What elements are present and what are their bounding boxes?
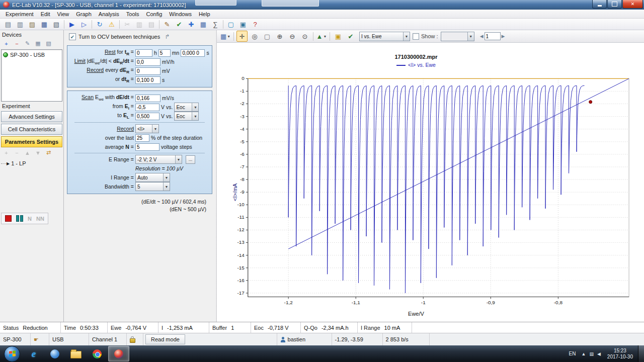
previous-page-icon[interactable]: ◀ [480, 34, 484, 39]
volume-icon[interactable]: ◀ [597, 351, 601, 356]
table-icon[interactable]: ▦ [198, 19, 209, 30]
sync-icon[interactable]: ↻ [94, 19, 105, 30]
next-sequence-icon[interactable]: NN [36, 216, 44, 222]
show-checkbox[interactable] [413, 33, 419, 40]
menu-view[interactable]: View [54, 11, 73, 18]
device-grid-icon[interactable]: ▦ [33, 39, 43, 48]
menu-tools[interactable]: Tools [123, 11, 143, 18]
menu-analysis[interactable]: Analysis [95, 11, 123, 18]
select-data-icon[interactable]: ▣ [333, 31, 344, 42]
scan-rate-field[interactable] [135, 95, 160, 102]
ocv-checkbox[interactable]: ✔ [69, 33, 76, 40]
next-technique-icon[interactable]: N [28, 216, 32, 222]
link-technique-icon[interactable]: ⇄ [44, 148, 53, 157]
load-settings-icon[interactable]: ▶ [66, 19, 77, 30]
stop-icon[interactable] [5, 215, 12, 222]
taskbar-ie-icon[interactable]: e [24, 346, 44, 361]
close-button[interactable]: ✕ [622, 0, 643, 9]
page-number-field[interactable] [485, 32, 501, 40]
modify-device-icon[interactable]: ✎ [23, 39, 32, 48]
zoom-out-icon[interactable]: ⊖ [287, 31, 298, 42]
menu-graph[interactable]: Graph [72, 11, 95, 18]
copy-technique-icon[interactable]: ▥ [134, 19, 145, 30]
step-percent-field[interactable] [135, 134, 149, 142]
cell-characteristics-button[interactable]: Cell Characteristics [1, 124, 62, 135]
show-hidden-icons-icon[interactable]: ▲ [581, 351, 586, 356]
export-settings-icon[interactable]: ▷ [78, 19, 90, 30]
rest-hours-field[interactable] [135, 49, 152, 57]
zoom-window-icon[interactable]: ◎ [249, 31, 260, 42]
move-up-icon[interactable]: ▲ [23, 148, 32, 157]
parameters-settings-button[interactable]: Parameters Settings [1, 136, 62, 147]
minimize-button[interactable] [592, 0, 607, 9]
technique-flow-icon[interactable]: ↱ [165, 33, 170, 40]
show-desktop-button[interactable] [638, 345, 644, 362]
ei-field[interactable] [135, 104, 159, 111]
edit-icon[interactable]: ✎ [162, 19, 173, 30]
tree-expand-icon[interactable]: ▶ [7, 161, 10, 166]
device-list-item[interactable]: SP-300 - USB [2, 50, 62, 60]
cut-icon[interactable]: ✂ [122, 19, 133, 30]
record-dt-field[interactable] [135, 76, 160, 84]
trace-selector-combo[interactable]: I vs. Ewe ▼ [359, 32, 410, 41]
warning-icon[interactable]: ⚠ [106, 19, 117, 30]
log-book-icon[interactable]: ▨ [27, 19, 38, 30]
zoom-in-icon[interactable]: ⊕ [274, 31, 285, 42]
rest-minutes-field[interactable] [158, 49, 171, 57]
ei-reference-combo[interactable]: Eoc ▼ [174, 103, 199, 112]
accept-icon[interactable]: ✔ [174, 19, 185, 30]
record-variable-combo[interactable]: <I> ▼ [135, 124, 159, 133]
monitor-icon[interactable]: ▢ [225, 19, 236, 30]
menu-experiment[interactable]: Experiment [2, 11, 37, 18]
advanced-settings-button[interactable]: Advanced Settings [1, 111, 62, 122]
menu-config[interactable]: Config [143, 11, 166, 18]
start-button[interactable] [4, 346, 20, 362]
properties-icon[interactable]: ✔ [345, 31, 356, 42]
devices-list[interactable]: SP-300 - USB [1, 49, 62, 102]
language-indicator[interactable]: EN [567, 350, 578, 357]
pause-icon[interactable] [16, 215, 23, 222]
i-range-combo[interactable]: Auto ▼ [135, 173, 170, 182]
remove-technique-icon[interactable]: − [12, 148, 22, 157]
move-down-icon[interactable]: ▼ [33, 148, 43, 157]
record-de-field[interactable] [135, 67, 160, 75]
remove-device-icon[interactable]: − [12, 39, 22, 48]
taskbar-eclab-icon[interactable] [108, 346, 129, 361]
copy-icon[interactable]: ▥ [15, 19, 26, 30]
rest-seconds-field[interactable] [181, 49, 205, 57]
pan-icon[interactable]: ✛ [236, 31, 248, 42]
network-icon[interactable]: ▤ [589, 351, 594, 356]
menu-windows[interactable]: Windows [166, 11, 195, 18]
print-icon[interactable]: ▧ [51, 19, 62, 30]
drift-limit-field[interactable] [135, 58, 160, 66]
paste-icon[interactable]: ▤ [3, 19, 14, 30]
next-page-icon[interactable]: ▶ [502, 34, 505, 39]
zoom-auto-icon[interactable]: ⊙ [299, 31, 310, 42]
restore-button[interactable] [607, 0, 622, 9]
taskbar-clock[interactable]: 15:23 2017-10-30 [604, 348, 636, 360]
taskbar-chrome-icon[interactable] [87, 346, 107, 361]
graph-style-icon[interactable]: ▦▼ [220, 31, 231, 42]
menu-help[interactable]: Help [195, 11, 214, 18]
device-report-icon[interactable]: ▧ [44, 39, 53, 48]
process-data-icon[interactable]: ∑ [210, 19, 221, 30]
el-field[interactable] [135, 113, 159, 120]
e-range-browse-button[interactable]: ... [186, 155, 195, 164]
e-range-combo[interactable]: -2 V; 2 V ▼ [135, 155, 182, 164]
insert-technique-icon[interactable]: ✚ [186, 19, 197, 30]
chart-options-icon[interactable]: ▲▼ [316, 31, 327, 42]
save-icon[interactable]: ▦ [39, 19, 50, 30]
bandwidth-combo[interactable]: 5 ▼ [135, 182, 170, 191]
photo-icon[interactable]: ▣ [237, 19, 249, 30]
add-technique-icon[interactable]: + [2, 148, 11, 157]
select-zone-icon[interactable]: ▢ [262, 31, 273, 42]
paste-technique-icon[interactable]: ▤ [146, 19, 157, 30]
chart-area[interactable]: 0-1-2-3-4-5-6-7-8-9-10-11-12-13-14-15-16… [217, 43, 644, 322]
taskbar-explorer-icon[interactable] [66, 346, 86, 361]
technique-tree-item[interactable]: ▶ 1 - LP [0, 158, 63, 166]
menu-edit[interactable]: Edit [37, 11, 54, 18]
average-n-field[interactable] [135, 143, 159, 151]
taskbar-globe-app-icon[interactable] [45, 346, 65, 361]
show-cycle-combo[interactable]: ▼ [441, 32, 474, 41]
add-device-icon[interactable]: + [2, 39, 11, 48]
